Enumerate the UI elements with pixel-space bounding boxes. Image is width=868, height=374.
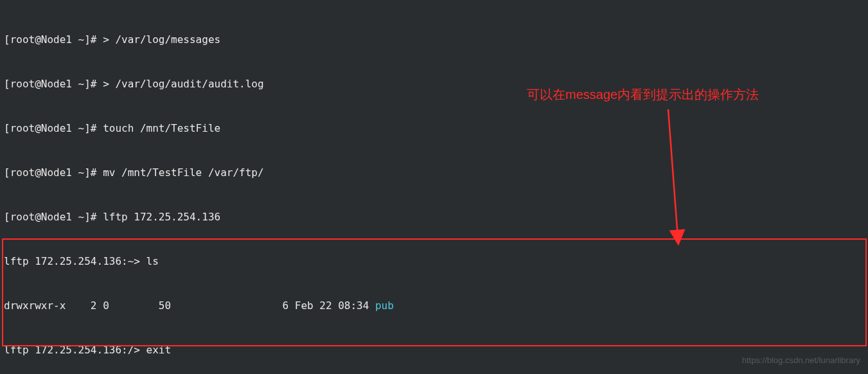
cmd-line-4: [root@Node1 ~]# mv /mnt/TestFile /var/ft… bbox=[4, 165, 864, 180]
cmd: ls bbox=[146, 255, 159, 267]
prompt: [root@Node1 ~]# bbox=[4, 211, 103, 223]
cmd-line-3: [root@Node1 ~]# touch /mnt/TestFile bbox=[4, 121, 864, 136]
prompt: [root@Node1 ~]# bbox=[4, 78, 103, 90]
cmd: > /var/log/audit/audit.log bbox=[103, 78, 263, 90]
prompt: [root@Node1 ~]# bbox=[4, 33, 103, 46]
prompt: [root@Node1 ~]# bbox=[4, 122, 103, 134]
cmd: mv /mnt/TestFile /var/ftp/ bbox=[103, 166, 263, 179]
file-perms: drwxrwxr-x 2 0 50 6 Feb 22 08:34 bbox=[4, 299, 375, 312]
lftp-prompt: lftp 172.25.254.136:/> bbox=[4, 344, 146, 356]
lftp-ls: lftp 172.25.254.136:~> ls bbox=[4, 254, 864, 269]
cmd: > /var/log/messages bbox=[103, 33, 220, 46]
annotation-label: 可以在message内看到提示出的操作方法 bbox=[527, 87, 759, 102]
cmd-line-5: [root@Node1 ~]# lftp 172.25.254.136 bbox=[4, 209, 864, 224]
prompt: [root@Node1 ~]# bbox=[4, 166, 103, 179]
watermark-text: https://blog.csdn.net/lunarlibrary bbox=[742, 353, 860, 368]
cmd: exit bbox=[146, 344, 172, 356]
ls-output-row: drwxrwxr-x 2 0 50 6 Feb 22 08:34 pub bbox=[4, 298, 864, 313]
cmd-line-1: [root@Node1 ~]# > /var/log/messages bbox=[4, 32, 864, 47]
cmd: touch /mnt/TestFile bbox=[103, 122, 220, 134]
directory-name: pub bbox=[375, 299, 394, 312]
cmd: lftp 172.25.254.136 bbox=[103, 211, 220, 223]
terminal-output[interactable]: [root@Node1 ~]# > /var/log/messages [roo… bbox=[0, 0, 868, 374]
lftp-prompt: lftp 172.25.254.136:~> bbox=[4, 255, 146, 267]
lftp-exit: lftp 172.25.254.136:/> exit bbox=[4, 343, 864, 357]
